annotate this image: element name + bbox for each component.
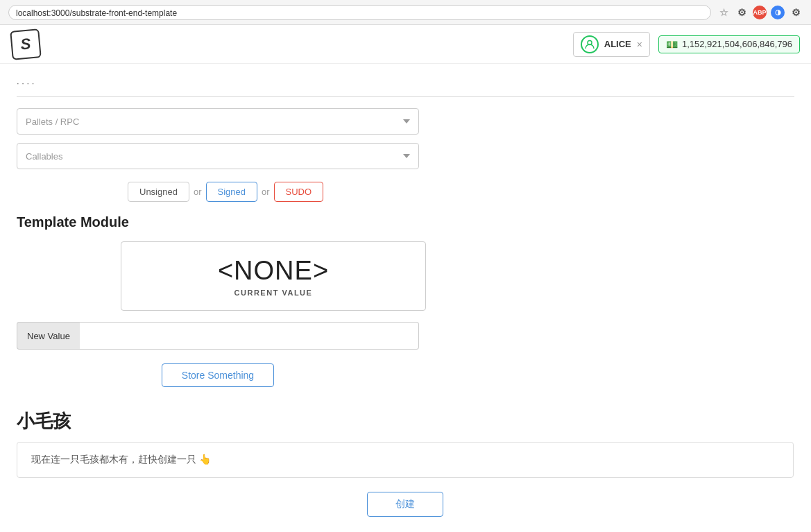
- pallets-dropdown-row: Pallets / RPC: [17, 108, 794, 135]
- ext1-icon[interactable]: ◑: [771, 6, 785, 19]
- current-value-display: <NONE>: [218, 256, 329, 286]
- ext2-icon[interactable]: ⚙: [789, 6, 803, 19]
- signed-button[interactable]: Signed: [206, 182, 257, 202]
- balance-icon: 💵: [666, 39, 678, 50]
- create-button[interactable]: 创建: [367, 492, 443, 517]
- app-logo: S: [10, 28, 42, 60]
- balance-badge: 💵 1,152,921,504,606,846,796: [658, 35, 800, 53]
- user-close-button[interactable]: ×: [637, 39, 642, 50]
- abp-icon[interactable]: ABP: [753, 6, 767, 19]
- star-icon[interactable]: ☆: [717, 6, 731, 19]
- empty-notice-text: 现在连一只毛孩都木有，赶快创建一只 👆: [31, 454, 211, 465]
- sudo-button[interactable]: SUDO: [274, 182, 324, 202]
- tabs-row: · · · ·: [17, 78, 794, 97]
- callables-select[interactable]: Callables: [17, 143, 419, 169]
- url-bar[interactable]: localhost:3000/substrate-front-end-templ…: [8, 5, 711, 20]
- current-value-label: CURRENT VALUE: [234, 289, 313, 297]
- user-avatar: [581, 35, 599, 53]
- create-button-row: 创建: [17, 492, 794, 517]
- pallets-rpc-select[interactable]: Pallets / RPC: [17, 108, 419, 135]
- empty-notice-box: 现在连一只毛孩都木有，赶快创建一只 👆: [17, 442, 794, 478]
- balance-value: 1,152,921,504,606,846,796: [682, 39, 792, 49]
- app-header: S ALICE × 💵 1,152,921,504,606,846,796: [0, 25, 811, 64]
- settings-icon[interactable]: ⚙: [735, 6, 749, 19]
- tx-or1: or: [194, 187, 202, 197]
- browser-bar: localhost:3000/substrate-front-end-templ…: [0, 0, 811, 25]
- main-content: · · · · Pallets / RPC Callables Unsigned…: [0, 64, 811, 531]
- store-something-button[interactable]: Store Something: [162, 363, 274, 387]
- template-module-title: Template Module: [17, 214, 794, 230]
- user-badge: ALICE ×: [573, 32, 650, 57]
- current-value-box: <NONE> CURRENT VALUE: [121, 241, 426, 311]
- browser-icons: ☆ ⚙ ABP ◑ ⚙: [717, 6, 803, 19]
- new-value-label: New Value: [17, 322, 80, 350]
- xiao-section-title: 小毛孩: [17, 409, 794, 434]
- new-value-input[interactable]: [80, 322, 419, 350]
- tx-or2: or: [262, 187, 270, 197]
- new-value-row: New Value: [17, 322, 419, 350]
- header-right: ALICE × 💵 1,152,921,504,606,846,796: [573, 32, 800, 57]
- user-name: ALICE: [604, 39, 631, 49]
- tx-type-row: Unsigned or Signed or SUDO: [128, 182, 794, 202]
- tab-dots[interactable]: · · · ·: [17, 78, 34, 91]
- callables-dropdown-row: Callables: [17, 143, 794, 169]
- store-button-row: Store Something: [17, 363, 419, 387]
- unsigned-button[interactable]: Unsigned: [128, 182, 189, 202]
